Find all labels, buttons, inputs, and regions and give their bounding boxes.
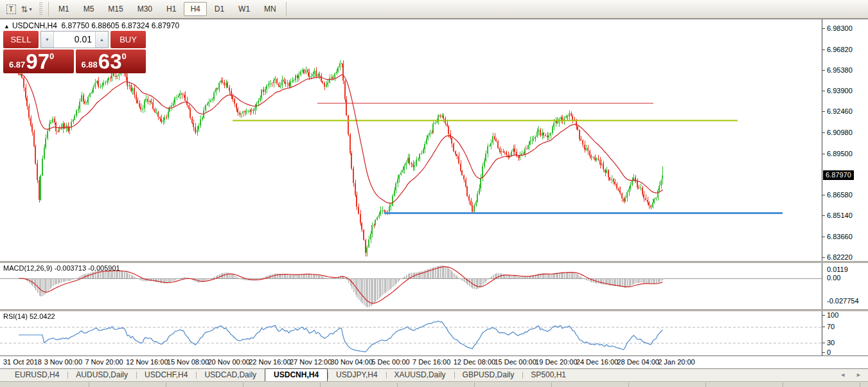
- price-axis-label: 6.98300: [827, 24, 853, 32]
- macd-panel[interactable]: MACD(12,26,9) -0.003713 -0.005901: [0, 263, 822, 309]
- symbol-tab-XAUUSD[interactable]: XAUUSD,Daily: [386, 369, 454, 381]
- price-axis-label: 6.93900: [827, 87, 853, 94]
- macd-label: MACD(12,26,9) -0.003713 -0.005901: [3, 264, 120, 272]
- symbol-tab-GBPUSD[interactable]: GBPUSD,Daily: [454, 369, 523, 381]
- price-axis[interactable]: 6.87970 6.983006.968206.953806.939006.92…: [822, 19, 868, 356]
- sell-price-point: 0: [49, 51, 54, 61]
- collapse-trade-panel-icon[interactable]: ▲: [4, 23, 10, 30]
- price-tick: [822, 195, 825, 195]
- rsi-axis-label: 100: [827, 311, 838, 319]
- time-axis-label: 7 Nov 20:00: [85, 358, 123, 366]
- timeframe-M1[interactable]: M1: [52, 2, 76, 16]
- status-strip-separator: [628, 382, 629, 387]
- symbol-tab-USDCAD[interactable]: USDCAD,Daily: [196, 369, 265, 381]
- price-axis-label: 6.90980: [827, 129, 853, 136]
- mt4-window: T ⇅ ▾ M1M5M15M30H1H4D1W1MN ▲USDCNH,H4 6.…: [0, 0, 868, 387]
- symbol-tab-AUDUSD[interactable]: AUDUSD,Daily: [67, 369, 136, 381]
- status-strip-separator: [783, 382, 783, 387]
- tab-scroll-right-icon[interactable]: ►: [856, 372, 862, 378]
- triangle-down-icon: ▼: [45, 37, 49, 42]
- timeframe-D1[interactable]: D1: [208, 2, 231, 16]
- volume-increase-button[interactable]: ▲: [95, 32, 108, 48]
- volume-stepper: ▼ 0.01 ▲: [40, 31, 109, 48]
- time-axis-label: 15 Dec 00:00: [494, 358, 536, 366]
- sell-button[interactable]: SELL: [3, 31, 39, 48]
- sell-price-box[interactable]: 6.87 97 0: [3, 50, 74, 73]
- rsi-chart[interactable]: [0, 311, 822, 356]
- time-axis-label: 7 Dec 16:00: [412, 358, 450, 366]
- time-axis[interactable]: 31 Oct 20183 Nov 00:007 Nov 20:0012 Nov …: [0, 356, 868, 368]
- timeframe-M15[interactable]: M15: [102, 2, 129, 16]
- chart-symbol: USDCNH,H4: [12, 21, 57, 30]
- rsi-axis-label: 70: [827, 323, 835, 330]
- text-tool-button[interactable]: T: [3, 2, 19, 16]
- timeframe-M5[interactable]: M5: [77, 2, 101, 16]
- timeframe-M30[interactable]: M30: [131, 2, 159, 16]
- time-axis-label: 30 Nov 04:00: [331, 358, 373, 366]
- symbol-tab-USDCHF[interactable]: USDCHF,H4: [136, 369, 196, 381]
- time-axis-label: 19 Dec 20:00: [535, 358, 577, 366]
- price-tick: [822, 50, 825, 50]
- price-tick: [822, 28, 825, 29]
- price-tick: [822, 70, 825, 71]
- triangle-up-icon: ▲: [100, 37, 104, 42]
- price-axis-label: 6.85140: [827, 212, 853, 219]
- price-tick: [822, 257, 825, 258]
- arrange-arrows-icon: ⇅: [21, 4, 28, 14]
- arrange-charts-button[interactable]: ⇅ ▾: [19, 2, 34, 16]
- time-axis-label: 28 Dec 04:00: [617, 358, 659, 366]
- symbol-tab-bar: EURUSD,H4AUDUSD,DailyUSDCHF,H4USDCAD,Dai…: [0, 368, 868, 381]
- chart-workspace: ▲USDCNH,H4 6.87750 6.88605 6.87324 6.879…: [0, 19, 868, 386]
- status-strip-separator: [89, 382, 89, 387]
- macd-axis-label: 0.00: [827, 274, 840, 282]
- tab-scroll-left-icon[interactable]: ◄: [840, 372, 846, 378]
- text-tool-icon: T: [6, 4, 16, 14]
- price-tick: [822, 215, 825, 216]
- status-strip-separator: [551, 382, 552, 387]
- sell-price-major: 6.87: [9, 60, 25, 69]
- price-tick: [822, 111, 825, 112]
- time-axis-label: 3 Nov 00:00: [44, 358, 82, 366]
- rsi-tick: [822, 352, 825, 353]
- price-axis-label: 6.95380: [827, 66, 853, 74]
- macd-chart[interactable]: [0, 263, 822, 309]
- symbol-tab-USDJPY[interactable]: USDJPY,H4: [328, 369, 385, 381]
- timeframe-MN[interactable]: MN: [258, 2, 283, 16]
- timeframe-W1[interactable]: W1: [232, 2, 256, 16]
- timeframe-H4[interactable]: H4: [184, 2, 206, 16]
- volume-input[interactable]: 0.01: [54, 32, 95, 48]
- time-axis-label: 27 Nov 12:00: [290, 358, 332, 366]
- rsi-tick: [822, 315, 825, 316]
- chevron-down-icon: ▾: [29, 6, 31, 12]
- status-strip-separator: [243, 382, 244, 387]
- time-axis-label: 24 Dec 16:00: [576, 358, 618, 366]
- toolbar-separator: [48, 2, 49, 16]
- timeframe-H1[interactable]: H1: [160, 2, 182, 16]
- time-axis-label: 31 Oct 2018: [3, 358, 42, 366]
- symbol-tab-SP500[interactable]: SP500,H1: [522, 369, 574, 381]
- buy-price-major: 6.88: [82, 60, 98, 69]
- price-axis-label: 6.89500: [827, 150, 853, 158]
- symbol-tab-EURUSD[interactable]: EURUSD,H4: [6, 369, 67, 381]
- panel-splitter[interactable]: [0, 261, 868, 263]
- time-axis-label: 2 Jan 20:00: [658, 358, 695, 366]
- buy-price-box[interactable]: 6.88 63 0: [76, 50, 146, 73]
- status-strip-separator: [397, 382, 398, 387]
- price-tick: [822, 132, 825, 133]
- main-chart-panel[interactable]: ▲USDCNH,H4 6.87750 6.88605 6.87324 6.879…: [0, 19, 822, 261]
- rsi-axis-label: 30: [827, 339, 835, 346]
- symbol-tab-USDCNH[interactable]: USDCNH,H4: [265, 368, 328, 381]
- chart-ohlc: 6.87750 6.88605 6.87324 6.87970: [62, 21, 180, 30]
- volume-decrease-button[interactable]: ▼: [41, 32, 54, 48]
- toolbar-grip[interactable]: [39, 3, 42, 15]
- chart-title: ▲USDCNH,H4 6.87750 6.88605 6.87324 6.879…: [4, 21, 179, 30]
- status-strip-separator: [705, 382, 706, 387]
- macd-axis-label: -0.027754: [827, 297, 859, 305]
- rsi-panel[interactable]: RSI(14) 52.0422: [0, 311, 822, 356]
- time-axis-label: 22 Nov 16:00: [249, 358, 290, 366]
- panel-splitter[interactable]: [0, 309, 868, 311]
- status-strip-separator: [474, 382, 475, 387]
- buy-button[interactable]: BUY: [111, 31, 146, 48]
- time-axis-label: 12 Dec 08:00: [454, 358, 495, 366]
- rsi-tick: [822, 343, 825, 343]
